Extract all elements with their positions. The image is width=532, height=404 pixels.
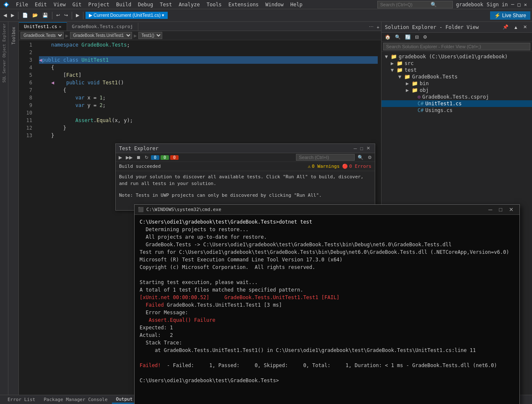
menu-build[interactable]: Build	[113, 1, 135, 8]
nav-namespace-select[interactable]: GradeBook.Tests	[21, 32, 64, 39]
cmd-line-3: GradeBook.Tests -> C:\Users\odie1\gradeb…	[140, 241, 514, 248]
tab-unittest1-cs[interactable]: UnitTest1.cs ✕	[19, 22, 67, 31]
editor-nav: GradeBook.Tests ▶ GradeBook.Tests.UnitTe…	[19, 31, 381, 40]
tab-more-button[interactable]: ⋯	[367, 23, 375, 31]
te-settings-button[interactable]: ⚙	[366, 154, 373, 161]
signin-button[interactable]: Sign in	[487, 2, 508, 8]
tab-package-manager[interactable]: Package Manager Console	[39, 396, 112, 403]
menu-window[interactable]: Window	[262, 1, 287, 8]
menu-tools[interactable]: Tools	[203, 1, 225, 8]
solution-search-container	[381, 42, 532, 52]
menu-edit[interactable]: Edit	[31, 1, 50, 8]
te-close-button[interactable]: ✕	[365, 145, 371, 151]
tree-item-csproj[interactable]: ⚙ GradeBook.Tests.csproj	[381, 94, 532, 100]
cmd-close-button[interactable]: ✕	[506, 206, 516, 213]
minimize-button[interactable]: ─	[511, 2, 514, 8]
tree-item-test[interactable]: ▼ 📁 test	[381, 67, 532, 73]
menu-file[interactable]: File	[13, 1, 31, 8]
tree-label: test	[405, 67, 417, 73]
menu-search-box[interactable]: 🔍	[377, 1, 453, 8]
test-explorer-message-1: Build your solution to discover all avai…	[116, 171, 375, 190]
menu-view[interactable]: View	[50, 1, 69, 8]
te-maximize-button[interactable]: □	[359, 145, 364, 151]
back-button[interactable]: ◀	[2, 12, 8, 19]
tree-label: bin	[420, 81, 429, 86]
run-button[interactable]: ▶▶	[125, 154, 134, 161]
folder-icon: 📁	[397, 60, 403, 66]
menu-analyze[interactable]: Analyze	[175, 1, 203, 8]
main-layout: SQL Server Object Explorer Toolbox UnitT…	[0, 22, 532, 395]
menu-help[interactable]: Help	[287, 1, 306, 8]
nav-class-select[interactable]: GradeBook.Tests.UnitTest1	[70, 32, 132, 39]
tab-gradebook-tests-csproj[interactable]: GradeBook.Tests.csproj	[67, 23, 139, 31]
test-explorer-status: Build succeeded ⚠ 0 Warnings 🔴 0 Errors	[116, 162, 375, 171]
undo-button[interactable]: ↩	[54, 12, 62, 19]
code-line-7: {	[39, 86, 378, 94]
close-button[interactable]: ✕	[524, 2, 527, 8]
cmd-minimize-button[interactable]: ─	[486, 206, 495, 213]
folder-icon: 📁	[397, 67, 403, 73]
tab-output[interactable]: Output	[112, 396, 137, 404]
maximize-button[interactable]: □	[518, 2, 521, 8]
code-line-4: {	[39, 64, 378, 71]
solution-search-input[interactable]	[383, 43, 530, 50]
cmd-line-4: Test run for C:\Users\odie1\gradebook\te…	[140, 248, 514, 256]
folder-icon: 📁	[404, 74, 410, 80]
cs-file-icon: C#	[418, 101, 423, 107]
run-document-button[interactable]: ▶ Current Document (UnitTest1.cs) ▾	[86, 12, 168, 19]
tree-label: Usings.cs	[425, 107, 452, 113]
cmd-line-blank-3	[140, 369, 514, 377]
error-icon: 🔴	[342, 164, 348, 169]
te-minimize-button[interactable]: ─	[353, 145, 358, 151]
live-share-button[interactable]: ⚡ Live Share	[490, 11, 530, 20]
refresh-tests-button[interactable]: ↻	[143, 154, 150, 161]
tree-item-bin[interactable]: ▶ 📁 bin	[381, 80, 532, 87]
tree-item-usings[interactable]: C# Usings.cs	[381, 107, 532, 114]
pin-button[interactable]: 📌	[501, 23, 510, 31]
tree-item-obj[interactable]: ▶ 📁 obj	[381, 87, 532, 94]
home-button[interactable]: 🏠	[383, 34, 392, 41]
refresh-button[interactable]: 🔄	[403, 34, 413, 41]
tab-label: UnitTest1.cs	[24, 24, 57, 29]
collapse-all-button[interactable]: ⊟	[413, 34, 420, 41]
new-tab-button[interactable]: +	[375, 24, 381, 31]
cmd-maximize-button[interactable]: □	[496, 206, 505, 213]
panel-expand-button[interactable]: ▲	[512, 23, 520, 31]
tree-item-gradebook-tests[interactable]: ▼ 📁 GradeBook.Tests	[381, 73, 532, 80]
code-line-2	[39, 49, 378, 56]
panel-close-button[interactable]: ✕	[522, 23, 529, 31]
open-button[interactable]: 📂	[31, 12, 40, 19]
new-file-button[interactable]: 📄	[21, 12, 30, 19]
test-explorer-message-2: Note: Tests in UWP projects can only be …	[116, 190, 375, 201]
cmd-line-6: Copyright (c) Microsoft Corporation. All…	[140, 263, 514, 271]
menu-git[interactable]: Git	[69, 1, 85, 8]
stop-button[interactable]: ⏹	[135, 154, 142, 160]
test-search-input[interactable]	[296, 154, 355, 161]
cmd-window: ⬛ C:\WINDOWS\system32\cmd.exe ─ □ ✕ C:\U…	[134, 204, 520, 404]
search-button[interactable]: 🔍	[393, 34, 402, 41]
tree-item-src[interactable]: ▶ 📁 src	[381, 60, 532, 67]
tree-item-unittest1[interactable]: C# UnitTest1.cs	[381, 100, 532, 107]
tab-close-icon[interactable]: ✕	[59, 24, 61, 29]
debug-start-button[interactable]: ▶	[74, 12, 81, 19]
save-button[interactable]: 💾	[41, 12, 50, 19]
menu-test[interactable]: Test	[156, 1, 175, 8]
nav-method-select[interactable]: Test1()	[138, 32, 162, 39]
cmd-output[interactable]: C:\Users\odie1\gradebook\test\GradeBook.…	[135, 215, 519, 404]
menu-extensions[interactable]: Extensions	[225, 1, 262, 8]
menu-project[interactable]: Project	[85, 1, 113, 8]
errors-label: 🔴 0 Errors	[342, 164, 371, 169]
build-status-label: Build succeeded	[119, 164, 161, 169]
cmd-controls: ─ □ ✕	[486, 206, 516, 213]
tab-error-list[interactable]: Error List	[3, 396, 39, 403]
te-search-button[interactable]: 🔍	[356, 154, 365, 161]
forward-button[interactable]: ▶	[9, 12, 16, 19]
tree-item-gradebook[interactable]: ▼ 📁 gradebook (C:\Users\odie1\gradebook)	[381, 53, 532, 60]
cmd-title-label: ⬛ C:\WINDOWS\system32\cmd.exe	[138, 207, 221, 212]
run-all-icon-button[interactable]: ▶	[117, 154, 123, 161]
redo-button[interactable]: ↪	[62, 12, 70, 19]
menu-debug[interactable]: Debug	[135, 1, 156, 8]
settings-button[interactable]: ⚙	[421, 34, 429, 41]
test-explorer-toolbar: ▶ ▶▶ ⏹ ↻ 0 0 0 🔍 ⚙	[116, 153, 375, 162]
search-input[interactable]	[380, 2, 431, 7]
